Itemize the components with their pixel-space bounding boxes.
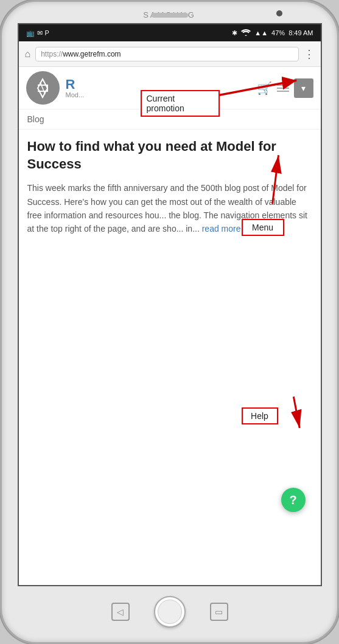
site-name-area: R Mod... — [66, 78, 251, 99]
help-question-icon: ? — [289, 493, 296, 507]
bluetooth-icon: ✱ — [232, 29, 237, 37]
browser-url-bar[interactable]: https://www.getrefm.com — [35, 47, 298, 61]
dropdown-arrow-icon: ▾ — [301, 83, 306, 93]
article-body: This week marks the fifth anniversary an… — [27, 181, 312, 236]
status-icon-email: ✉ — [37, 29, 43, 37]
status-bar: 📺 ✉ P ✱ ▲▲ 47% 8:49 AM — [19, 24, 321, 41]
read-more-link[interactable]: read more → — [202, 224, 252, 234]
url-scheme: https:// — [41, 50, 63, 58]
help-fab-button[interactable]: ? — [281, 488, 306, 512]
phone-bottom-nav: ◁ ▭ — [2, 586, 337, 642]
status-icon-tv: 📺 — [26, 29, 35, 37]
main-content: How to find what you need at Model for S… — [19, 130, 321, 585]
wifi-icon — [241, 29, 251, 37]
phone-top: SAMSUNG — [2, 2, 337, 23]
site-logo — [26, 71, 60, 105]
article-title: How to find what you need at Model for S… — [27, 138, 312, 173]
status-left-icons: 📺 ✉ P — [26, 29, 49, 37]
back-button[interactable]: ◁ — [111, 603, 130, 621]
breadcrumb-text: Blog — [27, 114, 44, 124]
dropdown-button[interactable]: ▾ — [294, 78, 313, 98]
browser-address-bar: ⌂ https://www.getrefm.com ⋮ — [19, 41, 321, 67]
status-icon-paypal: P — [45, 29, 49, 36]
recent-apps-button[interactable]: ▭ — [210, 603, 228, 621]
cart-icon[interactable]: 🛒 — [257, 81, 272, 95]
hamburger-menu-icon[interactable] — [277, 85, 289, 92]
phone-screen: 📺 ✉ P ✱ ▲▲ 47% 8:49 AM ⌂ https://www.get… — [18, 23, 322, 586]
back-icon: ◁ — [117, 607, 124, 617]
front-camera — [276, 10, 282, 16]
url-domain: www.getrefm.com — [63, 50, 121, 58]
breadcrumb: Blog — [19, 109, 321, 130]
site-header: R Mod... 🛒 ▾ — [19, 67, 321, 109]
home-button[interactable] — [154, 596, 186, 628]
status-right-info: ✱ ▲▲ 47% 8:49 AM — [232, 29, 313, 37]
time-display: 8:49 AM — [288, 29, 313, 36]
site-letter: R — [66, 78, 251, 91]
browser-menu-dots[interactable]: ⋮ — [304, 47, 315, 61]
header-icons: 🛒 ▾ — [257, 78, 313, 98]
browser-home-icon[interactable]: ⌂ — [25, 49, 31, 60]
battery-level: 47% — [271, 29, 285, 36]
recent-icon: ▭ — [215, 607, 223, 617]
phone-device: SAMSUNG 📺 ✉ P ✱ ▲▲ 47% 8:49 AM ⌂ — [0, 0, 339, 644]
signal-icon: ▲▲ — [254, 29, 268, 36]
site-name-sub: Mod... — [66, 91, 251, 99]
home-button-inner — [158, 600, 182, 624]
speaker-grille — [152, 13, 188, 18]
